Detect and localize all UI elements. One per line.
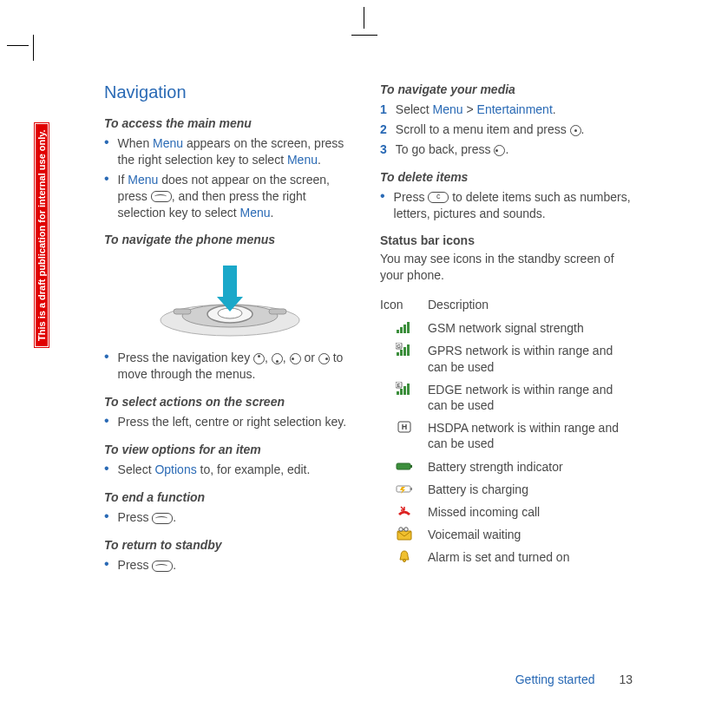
svg-rect-13 [400, 350, 403, 356]
svg-rect-12 [397, 352, 399, 356]
voicemail-icon [396, 527, 413, 541]
svg-rect-7 [269, 309, 286, 314]
options-link: Options [154, 462, 196, 476]
list-item: 3 To go back, press . [380, 141, 632, 158]
menu-link: Menu [433, 102, 463, 116]
entertainment-link: Entertainment [477, 102, 553, 116]
crop-mark [33, 35, 34, 61]
subheading: To end a function [104, 490, 356, 504]
step-number: 1 [380, 102, 387, 118]
status-icons-table: Icon Description GSM network signal stre… [380, 298, 632, 565]
list-item: • Press the navigation key , , or to mov… [104, 350, 356, 383]
nav-left-icon [290, 353, 301, 364]
step-number: 3 [380, 141, 387, 158]
battery-charging-icon [396, 482, 413, 495]
edge-icon: E [396, 382, 413, 396]
page-title: Navigation [104, 82, 356, 102]
table-row: Missed incoming call [380, 504, 632, 520]
nav-right-icon [318, 353, 330, 364]
table-row: Battery strength indicator [380, 459, 632, 475]
battery-icon [396, 459, 413, 473]
crop-mark [351, 35, 377, 36]
end-key-icon [152, 561, 173, 572]
list-item: 2 Scroll to a menu item and press . [380, 121, 632, 138]
table-row: G GPRS network is within range and can b… [380, 343, 632, 374]
page-number: 13 [619, 672, 633, 686]
list-item: • Select Options to, for example, edit. [104, 462, 356, 478]
svg-rect-8 [397, 330, 399, 333]
subheading: To navigate the phone menus [104, 233, 356, 246]
right-column: To navigate your media 1 Select Menu > E… [380, 82, 632, 577]
crop-mark [364, 7, 364, 29]
page-footer: Getting started 13 [515, 672, 633, 686]
hsdpa-icon: H [396, 420, 413, 434]
svg-rect-19 [400, 389, 403, 395]
svg-point-32 [398, 528, 402, 531]
step-number: 2 [380, 121, 387, 138]
svg-rect-20 [403, 386, 406, 395]
table-row: E EDGE network is within range and can b… [380, 382, 632, 413]
missed-call-icon [396, 504, 413, 518]
bullet-icon: • [104, 462, 109, 475]
list-item: 1 Select Menu > Entertainment. [380, 102, 632, 118]
list-item: • When Menu appears on the screen, press… [104, 135, 356, 168]
bullet-icon: • [104, 350, 109, 364]
menu-link: Menu [128, 173, 158, 187]
list-item: • Press to delete items such as numbers,… [380, 189, 632, 222]
table-row: Battery is charging [380, 482, 632, 497]
nav-center-icon [570, 125, 581, 136]
subheading: To select actions on the screen [104, 395, 356, 409]
subheading: To return to standby [104, 538, 356, 552]
bullet-icon: • [380, 189, 385, 203]
table-row: Voicemail waiting [380, 527, 632, 542]
nav-up-icon [253, 353, 265, 364]
table-row: Alarm is set and turned on [380, 549, 632, 565]
subheading: Status bar icons [380, 233, 632, 247]
svg-rect-10 [403, 325, 406, 333]
svg-rect-11 [407, 322, 410, 333]
bullet-icon: • [104, 414, 109, 428]
menu-link: Menu [153, 136, 183, 150]
svg-text:E: E [397, 382, 400, 387]
list-item: • Press the left, centre or right select… [104, 414, 356, 430]
svg-text:H: H [401, 423, 407, 431]
alarm-icon [396, 549, 413, 563]
svg-text:G: G [397, 344, 401, 349]
svg-point-35 [403, 560, 405, 562]
paragraph: You may see icons in the standby screen … [380, 251, 632, 284]
chapter-name: Getting started [515, 672, 595, 686]
signal-strength-icon [396, 320, 413, 334]
bullet-icon: • [104, 557, 109, 571]
bullet-icon: • [104, 172, 109, 186]
svg-rect-6 [174, 309, 191, 314]
phone-navigation-illustration [156, 255, 304, 338]
subheading: To access the main menu [104, 116, 356, 130]
list-item: • Press . [104, 509, 356, 526]
clear-key-icon [428, 192, 449, 203]
table-header: Icon [380, 298, 428, 312]
end-key-icon [152, 513, 173, 524]
subheading: To navigate your media [380, 82, 632, 96]
list-item: • Press . [104, 557, 356, 574]
left-column: Navigation To access the main menu • Whe… [104, 82, 356, 577]
nav-left-icon [494, 145, 505, 156]
svg-rect-14 [403, 347, 406, 356]
svg-rect-15 [407, 344, 410, 356]
svg-rect-29 [410, 488, 412, 490]
table-header: Description [428, 298, 489, 312]
crop-mark [7, 45, 29, 46]
svg-rect-26 [397, 463, 410, 469]
subheading: To delete items [380, 170, 632, 184]
svg-rect-21 [407, 384, 410, 395]
svg-rect-27 [410, 465, 412, 468]
table-row: H HSDPA network is within range and can … [380, 420, 632, 451]
svg-point-33 [403, 528, 407, 531]
svg-rect-9 [400, 327, 403, 333]
svg-rect-18 [397, 391, 399, 395]
table-row: GSM network signal strength [380, 320, 632, 336]
end-key-icon [151, 191, 172, 202]
bullet-icon: • [104, 509, 109, 523]
nav-down-icon [272, 353, 283, 364]
draft-banner: This is a draft publication for internal… [35, 123, 49, 347]
list-item: • If Menu does not appear on the screen,… [104, 172, 356, 221]
